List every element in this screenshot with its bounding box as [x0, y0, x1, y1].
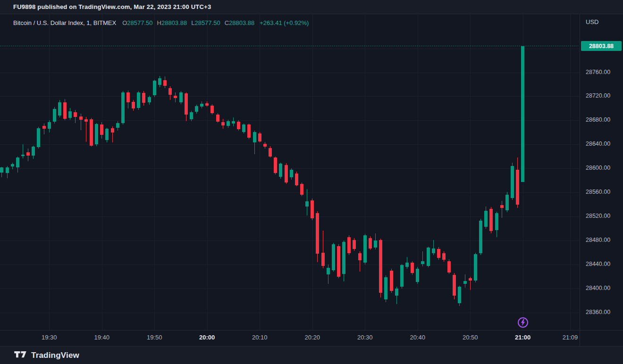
- candle-20:52: [479, 221, 482, 253]
- candle-20:35: [390, 271, 393, 291]
- candle-20:17: [295, 174, 298, 186]
- tradingview-logo[interactable]: TradingView: [14, 351, 79, 360]
- candle-19:55: [179, 92, 183, 103]
- vertical-gridline: [154, 14, 155, 330]
- candle-20:14: [279, 164, 282, 177]
- change-value: +263.41 (+0.92%): [260, 19, 309, 26]
- vertical-gridline: [49, 14, 50, 330]
- candle-19:29: [42, 126, 46, 129]
- candle-20:19: [305, 201, 309, 206]
- price-tick-label: 28760.00: [586, 69, 610, 75]
- candle-19:44: [121, 92, 125, 123]
- candle-20:43: [432, 248, 435, 253]
- price-tick-label: 28400.00: [586, 285, 610, 291]
- price-axis[interactable]: USD 28760.0028720.0028680.0028640.002860…: [580, 14, 623, 346]
- candle-20:31: [369, 238, 372, 248]
- candle-20:29: [358, 253, 362, 260]
- candle-19:38: [90, 119, 93, 146]
- price-tick-label: 28360.00: [586, 309, 610, 315]
- last-price-badge: 28803.88: [581, 41, 622, 51]
- vertical-gridline: [570, 14, 571, 330]
- candle-20:23: [327, 268, 330, 274]
- lightning-marker-icon[interactable]: [517, 317, 529, 328]
- price-tick-label: 28680.00: [586, 116, 610, 123]
- time-tick-label: 20:20: [304, 334, 320, 341]
- candle-20:11: [263, 144, 267, 147]
- time-axis[interactable]: 19:3019:4019:5020:0020:1020:2020:3020:40…: [0, 330, 623, 346]
- candle-20:50: [469, 278, 472, 281]
- symbol-title: Bitcoin / U.S. Dollar Index, 1, BITMEX: [13, 19, 116, 26]
- candle-20:41: [421, 261, 424, 264]
- time-tick-label: 19:40: [94, 334, 109, 341]
- ohlc-high-value: 28803.88: [161, 19, 187, 26]
- candle-19:28: [37, 128, 40, 147]
- vertical-gridline: [207, 14, 208, 330]
- candle-20:30: [363, 235, 367, 263]
- candle-19:34: [68, 111, 72, 118]
- candle-20:27: [347, 237, 351, 253]
- candle-19:39: [95, 124, 98, 144]
- candle-20:00: [205, 103, 209, 106]
- candle-20:07: [242, 124, 245, 132]
- ohlc-low: L28577.50: [191, 19, 220, 26]
- candle-20:12: [269, 148, 272, 157]
- candle-20:53: [484, 211, 488, 227]
- candle-20:13: [274, 157, 277, 173]
- candle-19:45: [126, 92, 130, 103]
- candle-20:58: [511, 166, 514, 198]
- vertical-gridline: [365, 14, 365, 330]
- candle-20:06: [237, 122, 240, 130]
- candle-19:52: [163, 80, 167, 86]
- footer-bar: TradingView: [0, 346, 623, 364]
- ohlc-close: C28803.88: [225, 19, 255, 26]
- candle-19:57: [190, 112, 193, 119]
- candle-19:21: [0, 167, 3, 173]
- price-tick-label: 28720.00: [586, 92, 610, 99]
- ohlc-close-label: C: [225, 19, 229, 26]
- candle-19:25: [21, 155, 25, 156]
- candle-wick: [44, 124, 44, 134]
- candle-20:56: [500, 205, 504, 208]
- candle-19:54: [174, 96, 177, 98]
- tradingview-logo-icon: [14, 351, 27, 359]
- price-tick-label: 28480.00: [586, 237, 610, 243]
- candle-20:59: [516, 170, 519, 205]
- legend: Bitcoin / U.S. Dollar Index, 1, BITMEX O…: [13, 19, 309, 26]
- candle-19:47: [137, 92, 140, 108]
- candle-19:58: [195, 106, 198, 112]
- candle-20:02: [216, 115, 219, 122]
- horizontal-gridline: [0, 73, 580, 73]
- time-tick-label: 19:30: [42, 334, 57, 341]
- candle-19:23: [11, 164, 14, 166]
- candle-20:33: [379, 240, 382, 293]
- candle-20:32: [374, 240, 377, 248]
- candle-20:37: [400, 265, 404, 287]
- time-tick-label: 21:09: [563, 334, 578, 341]
- candle-19:27: [32, 147, 35, 156]
- candle-19:24: [16, 157, 19, 167]
- candle-wick: [23, 144, 23, 158]
- candle-20:49: [463, 281, 467, 284]
- candle-20:01: [210, 106, 214, 114]
- candle-20:04: [227, 121, 230, 126]
- attribution-text: FU9898 published on TradingView.com, Mar…: [13, 3, 211, 10]
- currency-label: USD: [586, 18, 598, 25]
- horizontal-gridline: [0, 313, 580, 313]
- attribution-bar: FU9898 published on TradingView.com, Mar…: [0, 0, 623, 14]
- horizontal-gridline: [0, 240, 580, 241]
- price-tick-label: 28640.00: [586, 141, 610, 147]
- candle-19:48: [142, 93, 145, 103]
- candle-20:55: [495, 213, 498, 231]
- candle-20:28: [353, 240, 356, 249]
- candle-19:56: [185, 93, 188, 115]
- vertical-gridline: [102, 14, 102, 330]
- time-tick-label: 20:50: [463, 334, 478, 341]
- candle-20:44: [437, 249, 440, 258]
- candle-20:36: [395, 289, 398, 296]
- price-tick-label: 28560.00: [586, 189, 610, 195]
- candle-wick: [502, 201, 502, 218]
- time-tick-label: 20:40: [410, 334, 425, 341]
- horizontal-gridline: [0, 49, 580, 49]
- candle-20:34: [384, 277, 387, 299]
- horizontal-gridline: [0, 192, 580, 193]
